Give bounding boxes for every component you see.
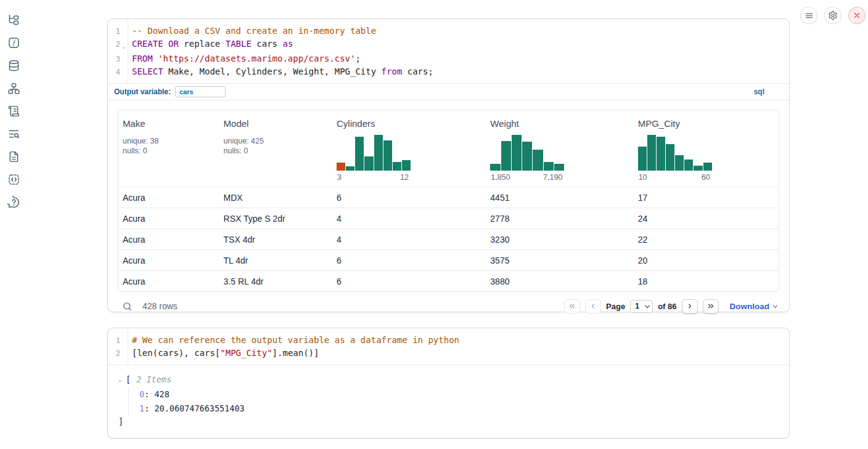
help-icon[interactable]: [6, 195, 21, 209]
function-icon[interactable]: f: [6, 36, 21, 49]
chevron-right-icon: [686, 302, 694, 310]
table-row[interactable]: Acura3.5 RL 4dr6388018: [118, 270, 779, 291]
table-cell: 4: [332, 235, 486, 245]
logs-search-icon[interactable]: [6, 127, 21, 140]
close-x-icon: [853, 11, 861, 20]
fold-spacer: [120, 347, 128, 360]
output-variable-input[interactable]: [175, 86, 226, 97]
histogram-bar: [364, 156, 373, 171]
table-cell: 3880: [486, 277, 633, 286]
code-line: CREATE OR replace TABLE cars as: [128, 38, 293, 52]
notebook-actions: [800, 7, 866, 24]
weight-histogram: [490, 135, 564, 171]
column-header-model[interactable]: Model unique: 425 nulls: 0: [219, 110, 332, 187]
fold-spacer: [120, 65, 128, 78]
menu-button[interactable]: [800, 7, 817, 24]
table-cell: 3.5 RL 4dr: [219, 277, 332, 286]
scratchpad-icon[interactable]: [6, 104, 21, 118]
column-header-mpg-city[interactable]: MPG_City 10 60: [634, 110, 779, 187]
table-cell: TL 4dr: [219, 256, 332, 265]
table-row[interactable]: AcuraMDX6445117: [118, 187, 779, 208]
table-cell: 4: [332, 214, 486, 224]
column-stats: unique: 425 nulls: 0: [224, 136, 328, 156]
code-line: # We can reference the output variable a…: [128, 334, 459, 347]
table-footer: 428 rows Page 1 of 86: [118, 292, 779, 320]
table-cell: RSX Type S 2dr: [219, 214, 332, 224]
histogram-bar: [638, 147, 647, 171]
shutdown-button[interactable]: [848, 7, 866, 24]
table-cell: 3230: [486, 235, 633, 245]
documentation-icon[interactable]: [6, 150, 21, 163]
axis-max-label: 12: [400, 173, 409, 182]
nulls-stat: nulls: 0: [123, 146, 215, 156]
table-cell: TSX 4dr: [219, 235, 332, 245]
table-cell: 6: [332, 193, 486, 203]
collapse-chevron-icon[interactable]: ⌄: [118, 373, 126, 386]
table-cell: 6: [332, 256, 486, 265]
tree-entry-value: : 428: [144, 389, 170, 399]
column-stats: unique: 38 nulls: 0: [123, 136, 215, 156]
histogram-bar: [554, 164, 564, 171]
nulls-stat: nulls: 0: [224, 146, 328, 156]
histogram-bar: [694, 166, 702, 171]
cylinders-histogram: [337, 135, 411, 171]
sql-editor[interactable]: 1-- Download a CSV and create an in-memo…: [108, 19, 789, 83]
table-cell: Acura: [118, 214, 219, 224]
page-select[interactable]: 1: [630, 300, 653, 313]
histogram-bar: [355, 137, 364, 171]
sql-cell: 1-- Download a CSV and create an in-memo…: [107, 18, 790, 312]
line-number: 4: [108, 65, 120, 78]
table-cell: 2778: [486, 214, 633, 224]
page-select-wrap: 1: [630, 300, 653, 313]
gutter-divider: [128, 19, 128, 83]
table-header-row: Make unique: 38 nulls: 0 Model unique: 4…: [118, 110, 779, 187]
last-page-button[interactable]: [703, 299, 719, 313]
settings-button[interactable]: [824, 7, 841, 24]
column-header-weight[interactable]: Weight 1,850 7,190: [486, 110, 633, 187]
histogram-bar: [533, 150, 542, 171]
file-tree-icon[interactable]: [6, 13, 21, 26]
column-title: MPG_City: [638, 118, 774, 129]
table-cell: 18: [634, 277, 779, 286]
fold-spacer: [120, 334, 128, 347]
code-line: [len(cars), cars["MPG_City"].mean()]: [128, 347, 319, 360]
line-number: 2: [108, 38, 120, 52]
svg-text:f: f: [12, 39, 15, 46]
axis-max-label: 7,190: [543, 173, 562, 182]
dependency-graph-icon[interactable]: [6, 81, 21, 95]
bracket-open: [: [126, 373, 131, 386]
column-header-cylinders[interactable]: Cylinders 3 12: [332, 110, 486, 187]
search-icon: [122, 301, 133, 312]
line-number: 3: [108, 52, 120, 65]
language-badge: sql: [754, 87, 783, 96]
table-cell: 4451: [486, 193, 633, 203]
first-page-button[interactable]: [564, 299, 580, 313]
items-count-label: 2 Items: [131, 373, 171, 386]
download-button[interactable]: Download: [730, 302, 780, 311]
weight-histogram-axis: 1,850 7,190: [490, 173, 563, 182]
previous-page-button[interactable]: [585, 299, 601, 313]
histogram-bar: [703, 163, 712, 171]
fold-chevron-icon[interactable]: ⌄: [120, 38, 128, 52]
database-icon[interactable]: [6, 59, 21, 72]
table-cell: 6: [332, 277, 486, 286]
data-table: Make unique: 38 nulls: 0 Model unique: 4…: [118, 110, 779, 292]
unique-stat: unique: 38: [123, 136, 215, 146]
axis-min-label: 1,850: [491, 173, 510, 182]
sql-output-section: Make unique: 38 nulls: 0 Model unique: 4…: [108, 100, 789, 320]
sidebar-panel-switcher: f: [5, 13, 22, 209]
search-button[interactable]: [122, 301, 133, 312]
table-row[interactable]: AcuraRSX Type S 2dr4277824: [118, 208, 779, 229]
pagination: Page 1 of 86 Download: [564, 299, 779, 313]
table-row[interactable]: AcuraTSX 4dr4323022: [118, 229, 779, 249]
next-page-button[interactable]: [682, 299, 698, 313]
tree-entry-key: 0: [139, 389, 144, 399]
column-header-make[interactable]: Make unique: 38 nulls: 0: [118, 110, 219, 187]
python-editor[interactable]: 1# We can reference the output variable …: [108, 328, 789, 365]
table-row[interactable]: AcuraTL 4dr6357520: [118, 249, 779, 270]
axis-min-label: 10: [639, 173, 647, 182]
histogram-bar: [657, 137, 665, 171]
snippets-icon[interactable]: [6, 172, 21, 186]
column-title: Cylinders: [337, 118, 481, 129]
histogram-bar: [501, 141, 511, 171]
